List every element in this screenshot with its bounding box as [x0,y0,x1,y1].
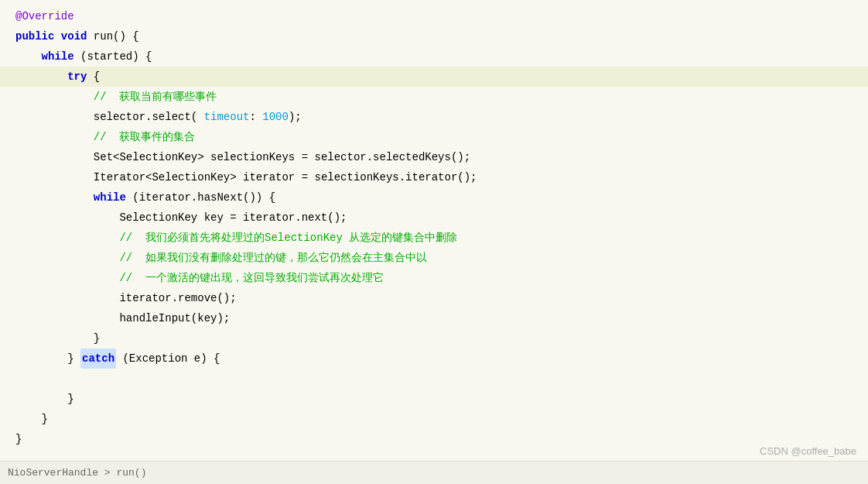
code-line: Set<SelectionKey> selectionKeys = select… [0,147,868,167]
comment-line3: // 一个激活的键出现，这回导致我们尝试再次处理它 [119,268,384,288]
code-line: selector.select( timeout: 1000); [0,107,868,127]
keyword-public: public [15,26,54,46]
code-line: public void run() { [0,26,868,46]
code-line: // 如果我们没有删除处理过的键，那么它仍然会在主集合中以 [0,248,868,268]
code-line: iterator.remove(); [0,288,868,308]
code-line: handleInput(key); [0,308,868,328]
watermark: CSDN @coffee_babe [760,445,856,457]
code-line: } [0,389,868,409]
comment: // 获取当前有哪些事件 [94,87,217,107]
code-line: @Override [0,6,868,26]
number-1000: 1000 [262,107,289,127]
code-line: while (started) { [0,46,868,67]
code-line: while (iterator.hasNext()) { [0,187,868,208]
bottom-text: NioServerHandle > run() [8,467,146,479]
code-line: // 获取当前有哪些事件 [0,87,868,107]
keyword-while: while [42,46,74,67]
code-line [0,369,868,389]
code-line: } [0,429,868,449]
comment: // 获取事件的集合 [94,127,196,147]
code-container: @Override public void run() { while (sta… [0,0,868,484]
code-line: } [0,409,868,429]
catch-highlight: catch [80,348,116,369]
comment-line1: // 我们必须首先将处理过的SelectionKey 从选定的键集合中删除 [119,228,457,248]
code-line: // 一个激活的键出现，这回导致我们尝试再次处理它 [0,268,868,288]
bottom-bar: NioServerHandle > run() [0,461,868,484]
keyword-catch: catch [82,352,114,365]
code-line: // 获取事件的集合 [0,127,868,147]
keyword-while2: while [94,187,126,208]
code-line: try { [0,67,868,87]
code-line: } catch (Exception e) { [0,348,868,369]
param-timeout: timeout [204,107,250,127]
code-area: @Override public void run() { while (sta… [0,0,868,455]
keyword-void: void [61,26,87,46]
comment-line2: // 如果我们没有删除处理过的键，那么它仍然会在主集合中以 [119,248,427,268]
code-line: // 我们必须首先将处理过的SelectionKey 从选定的键集合中删除 [0,228,868,248]
keyword-try: try [67,67,87,87]
code-line: } [0,328,868,348]
code-line: SelectionKey key = iterator.next(); [0,208,868,228]
annotation: @Override [15,6,74,26]
code-line: Iterator<SelectionKey> iterator = select… [0,167,868,187]
